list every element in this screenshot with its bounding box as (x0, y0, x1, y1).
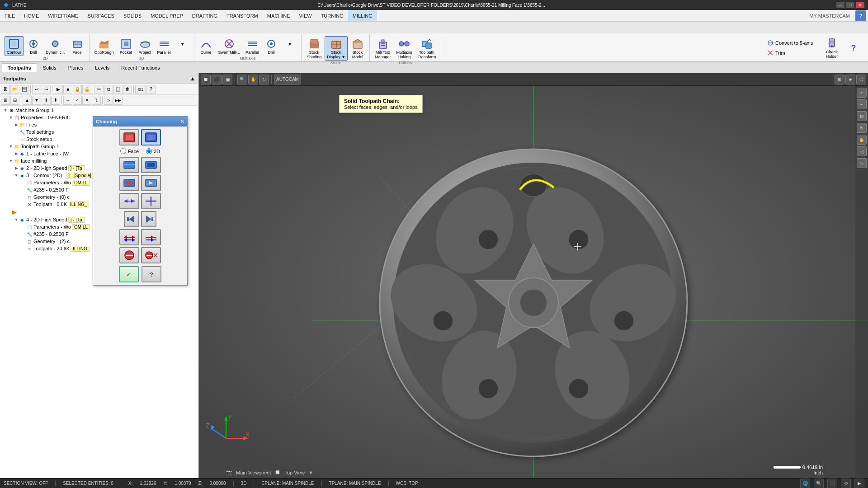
chaining-step-btn[interactable] (141, 229, 161, 245)
stock-display-button[interactable]: StockDisplay ▼ (325, 36, 348, 61)
vp-rotate-btn[interactable]: ↻ (259, 75, 269, 84)
status-zoom-btn[interactable]: 🔍 (814, 479, 824, 488)
chaining-radio-3d[interactable]: 3D (146, 148, 160, 154)
vp-pan-btn[interactable]: ✋ (248, 75, 258, 84)
menu-model-prep[interactable]: MODEL PREP (146, 10, 188, 21)
tb-stop[interactable]: ■ (63, 85, 72, 94)
gizmo-pan[interactable]: ✋ (857, 135, 867, 145)
check-holder-button[interactable]: CheckHolder (823, 36, 841, 60)
tb-collapse[interactable]: ⊟ (10, 96, 19, 105)
vp-grid-btn[interactable]: ⊞ (835, 75, 844, 84)
chaining-btn-sel[interactable] (119, 193, 139, 209)
drill-ma-button[interactable]: Drill (262, 36, 280, 56)
menu-home[interactable]: HOME (19, 10, 43, 21)
expander-op2[interactable]: ▶ (14, 165, 19, 171)
multiaxis-linking-button[interactable]: MultiaxisLinking (394, 36, 415, 61)
chaining-btn-blue1[interactable] (119, 157, 139, 173)
chaining-radio-face-input[interactable] (120, 148, 126, 154)
expander-face-milling[interactable]: ▼ (8, 158, 14, 164)
tab-recent-functions[interactable]: Recent Functions (115, 63, 166, 72)
tb-undo[interactable]: ↩ (32, 85, 41, 94)
menu-wireframe[interactable]: WIREFRAME (43, 10, 83, 21)
chaining-btn-mixed1[interactable] (119, 175, 139, 191)
close-button[interactable]: ✕ (856, 2, 864, 8)
tree-machine-group[interactable]: ▼ ⚙ Machine Group-1 (0, 107, 198, 114)
tab-toolpaths[interactable]: Toolpaths (2, 63, 37, 72)
tab-solids[interactable]: Solids (37, 63, 62, 72)
status-globe-btn[interactable]: 🌐 (800, 479, 810, 488)
chaining-radio-face[interactable]: Face (120, 148, 139, 154)
ribbon-help-button[interactable]: ? (844, 42, 863, 54)
tb-unlock[interactable]: 🔓 (82, 85, 91, 94)
stock-model-button[interactable]: StockModel (349, 36, 367, 61)
project-button[interactable]: Project (136, 36, 154, 56)
mill-tool-manager-button[interactable]: Mill ToolManager (373, 36, 393, 61)
more-3d-button[interactable]: ▼ (174, 36, 191, 52)
tab-levels[interactable]: Levels (89, 63, 115, 72)
tb-up-group[interactable]: ⬆ (42, 96, 51, 105)
tb-sim2[interactable]: ▶▶ (113, 96, 123, 105)
tb-paste[interactable]: 📋 (113, 85, 123, 94)
tb-down-group[interactable]: ⬇ (51, 96, 60, 105)
chaining-no-btn[interactable] (119, 247, 139, 263)
expander-lathe-face[interactable]: ▶ (14, 151, 19, 156)
tb-check[interactable]: ✓ (73, 96, 82, 105)
vp-btn1[interactable]: 🔲 (201, 75, 211, 84)
expander-op3[interactable]: ▼ (14, 173, 19, 178)
tb-down[interactable]: ▼ (32, 96, 41, 105)
menu-solids[interactable]: SOLIDS (119, 10, 146, 21)
curve-button[interactable]: Curve (197, 36, 215, 56)
chaining-solid-face-btn[interactable] (119, 129, 139, 145)
chaining-btn-blue2[interactable] (141, 157, 161, 173)
minimize-button[interactable]: ─ (836, 2, 844, 8)
stock-shading-button[interactable]: StockShading (304, 36, 324, 61)
trim-button[interactable]: Trim (765, 48, 819, 57)
tb-lock[interactable]: 🔒 (73, 85, 82, 94)
vp-zoom-btn[interactable]: 🔍 (237, 75, 247, 84)
convert-5axis-button[interactable]: Convert to 5-axis (765, 38, 819, 47)
pocket-button[interactable]: Pocket (117, 36, 135, 56)
chaining-radio-3d-input[interactable] (146, 148, 152, 154)
tb-g1[interactable]: G1 (135, 85, 146, 94)
gizmo-prev-view[interactable]: ◁ (857, 146, 867, 156)
help-icon[interactable]: ? (855, 10, 866, 21)
menu-transform[interactable]: TRANSFORM (222, 10, 263, 21)
tb-up[interactable]: ▲ (23, 96, 32, 105)
model-area[interactable]: Y Z X Solid Toolpath Chain: Select faces… (199, 86, 868, 478)
chaining-close-button[interactable]: ✕ (180, 118, 184, 125)
status-config-btn[interactable]: ⚙ (841, 479, 851, 488)
view-sheet-label[interactable]: Main Viewsheet (236, 470, 271, 475)
tb-help[interactable]: ? (146, 85, 156, 94)
expander-properties[interactable]: ▼ (8, 115, 14, 120)
tb-cross[interactable]: ✕ (82, 96, 91, 105)
vp-btn2[interactable]: ⬛ (212, 75, 222, 84)
status-display-btn[interactable]: ⬛ (827, 479, 837, 488)
gizmo-rotate[interactable]: ↻ (857, 123, 867, 133)
maximize-button[interactable]: □ (846, 2, 854, 8)
tab-planes[interactable]: Planes (62, 63, 90, 72)
toolpath-transform-button[interactable]: ToolpathTransform (415, 36, 439, 61)
contour-button[interactable]: Contour (5, 36, 24, 56)
menu-file[interactable]: FILE (0, 10, 19, 21)
vp-iso-btn[interactable]: AUTOCAM (274, 75, 301, 84)
menu-drafting[interactable]: DRAFTING (188, 10, 222, 21)
chaining-ok-button[interactable]: ✓ (119, 266, 139, 282)
tb-save[interactable]: 💾 (20, 85, 29, 94)
swarf-button[interactable]: Swarf Milli... (216, 36, 243, 56)
more-ma-button[interactable]: ▼ (281, 36, 298, 52)
chaining-prev-btn[interactable] (124, 211, 139, 227)
tb-cut[interactable]: ✂ (94, 85, 104, 94)
menu-surfaces[interactable]: SURFACES (83, 10, 118, 21)
parallel-ma-button[interactable]: Parallel (243, 36, 261, 56)
view-more-icon[interactable]: ▼ (308, 470, 313, 475)
status-more-btn[interactable]: ▶ (854, 479, 864, 488)
vp-shading-btn[interactable]: ◈ (845, 75, 855, 84)
chaining-help-button[interactable]: ? (142, 266, 161, 282)
chaining-no-x-btn[interactable] (141, 247, 161, 263)
menu-milling[interactable]: MILLING (348, 10, 377, 21)
drill-button[interactable]: Drill (24, 36, 42, 56)
expander-machine-group[interactable]: ▼ (3, 108, 8, 113)
chaining-btn-add[interactable] (141, 193, 161, 209)
chaining-btn-mixed2[interactable] (141, 175, 161, 191)
collapse-icon[interactable]: ▲ (190, 75, 195, 82)
